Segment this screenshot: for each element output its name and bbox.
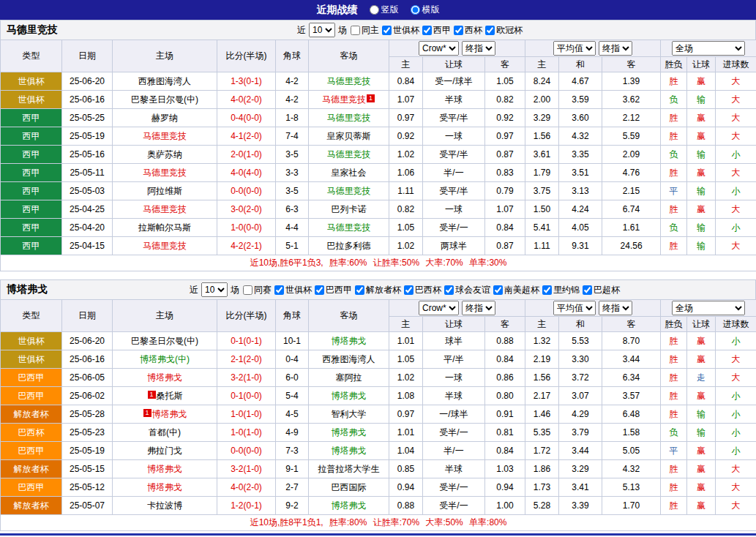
score-link[interactable]: 3-0(2-0): [231, 204, 262, 214]
competition-filter-0[interactable]: 世俱杯: [381, 24, 419, 37]
team-link[interactable]: 卡拉波博: [147, 500, 182, 511]
competition-filter-0-checkbox[interactable]: [274, 285, 284, 295]
competition-filter-2-checkbox[interactable]: [355, 285, 364, 295]
competition-filter-3[interactable]: 巴西杯: [403, 284, 441, 296]
team-link[interactable]: 西雅图海湾人: [323, 354, 375, 364]
team-link[interactable]: 马德里竞技: [327, 149, 371, 159]
competition-filter-1-checkbox[interactable]: [315, 285, 324, 295]
team-link[interactable]: 拉普拉塔大学生: [318, 464, 380, 474]
score-link[interactable]: 4-0(4-0): [231, 168, 262, 178]
same-filter[interactable]: 同赛: [242, 284, 272, 296]
euro-company-select[interactable]: 平均值: [553, 301, 596, 315]
team-link[interactable]: 博塔弗戈: [147, 372, 182, 383]
score-link[interactable]: 0-0(0-0): [231, 186, 262, 196]
competition-filter-3[interactable]: 欧冠杯: [484, 24, 523, 37]
team-link[interactable]: 巴黎圣日尔曼(中): [131, 94, 198, 105]
team-link[interactable]: 弗拉门戈: [147, 446, 182, 456]
team-link[interactable]: 博塔弗戈(中): [140, 354, 190, 364]
asia-stage-select[interactable]: 终指: [462, 41, 495, 56]
score-link[interactable]: 4-2(2-1): [231, 241, 262, 251]
team-link[interactable]: 马德里竞技: [327, 186, 371, 196]
euro-company-select[interactable]: 平均值: [553, 41, 596, 56]
team-link[interactable]: 首都(中): [149, 427, 181, 438]
competition-filter-5-checkbox[interactable]: [493, 285, 503, 295]
score-link[interactable]: 0-0(0-0): [231, 446, 262, 456]
team-link[interactable]: 马德里竞技: [327, 76, 371, 86]
competition-filter-2[interactable]: 西杯: [453, 24, 482, 37]
score-link[interactable]: 1-0(0-0): [231, 222, 262, 233]
euro-stage-select[interactable]: 终指: [599, 301, 632, 315]
team-link[interactable]: 马德里竞技: [322, 94, 366, 105]
team-link[interactable]: 博塔弗戈: [147, 464, 182, 474]
team-link[interactable]: 马德里竞技: [327, 113, 371, 123]
score-link[interactable]: 2-1(2-0): [231, 354, 262, 364]
match-count-select[interactable]: 10: [309, 23, 335, 37]
score-link[interactable]: 0-1(0-1): [231, 336, 262, 346]
competition-filter-4[interactable]: 球会友谊: [444, 284, 490, 296]
team-link[interactable]: 博塔弗戈: [332, 500, 367, 511]
team-link[interactable]: 拉斯帕尔马斯: [138, 222, 191, 233]
competition-filter-7[interactable]: 巴超杯: [582, 284, 620, 296]
team-link[interactable]: 智利大学: [332, 409, 367, 419]
layout-horizontal-option[interactable]: 横版: [411, 4, 440, 16]
score-link[interactable]: 4-1(2-0): [231, 131, 262, 141]
team-link[interactable]: 桑托斯: [157, 391, 183, 401]
competition-filter-6[interactable]: 里约锦: [542, 284, 580, 296]
team-link[interactable]: 巴拉多利德: [327, 241, 371, 251]
score-link[interactable]: 0-1(0-0): [231, 391, 262, 401]
competition-filter-6-checkbox[interactable]: [542, 285, 552, 295]
competition-filter-7-checkbox[interactable]: [583, 285, 592, 295]
score-link[interactable]: 0-4(0-0): [231, 113, 262, 123]
asia-company-select[interactable]: Crow*: [419, 301, 459, 315]
team-link[interactable]: 博塔弗戈: [332, 391, 367, 401]
competition-filter-3-checkbox[interactable]: [485, 26, 495, 35]
score-link[interactable]: 1-3(0-1): [231, 76, 262, 86]
competition-filter-1[interactable]: 西甲: [422, 24, 451, 37]
score-link[interactable]: 3-2(1-0): [231, 372, 262, 383]
team-link[interactable]: 马德里竞技: [327, 222, 371, 233]
score-link[interactable]: 4-0(2-0): [231, 94, 262, 105]
team-link[interactable]: 博塔弗戈: [147, 482, 182, 492]
team-link[interactable]: 奥萨苏纳: [147, 149, 182, 159]
score-link[interactable]: 3-2(1-0): [231, 464, 262, 474]
team-link[interactable]: 皇家贝蒂斯: [327, 131, 371, 141]
competition-filter-3-checkbox[interactable]: [404, 285, 413, 295]
team-link[interactable]: 西雅图海湾人: [138, 76, 191, 86]
scope-select[interactable]: 全场: [672, 301, 745, 315]
team-link[interactable]: 赫罗纳: [151, 113, 178, 123]
competition-filter-5[interactable]: 南美超杯: [493, 284, 539, 296]
layout-vertical-option[interactable]: 竖版: [370, 4, 399, 16]
team-link[interactable]: 阿拉维斯: [147, 186, 182, 196]
match-count-select[interactable]: 10: [201, 282, 228, 297]
asia-stage-select[interactable]: 终指: [462, 301, 495, 315]
score-link[interactable]: 1-0(1-0): [231, 409, 262, 419]
asia-company-select[interactable]: Crow*: [419, 41, 459, 56]
team-link[interactable]: 马德里竞技: [143, 168, 187, 178]
team-link[interactable]: 巴西国际: [332, 482, 367, 492]
team-link[interactable]: 博塔弗戈: [152, 409, 187, 419]
team-link[interactable]: 巴列卡诺: [332, 204, 367, 214]
score-link[interactable]: 1-0(1-0): [231, 427, 262, 438]
team-link[interactable]: 博塔弗戈: [332, 446, 367, 456]
team-link[interactable]: 博塔弗戈: [332, 336, 367, 346]
team-link[interactable]: 巴黎圣日尔曼(中): [131, 336, 198, 346]
team-link[interactable]: 马德里竞技: [143, 241, 187, 251]
team-link[interactable]: 博塔弗戈: [332, 427, 367, 438]
competition-filter-0[interactable]: 世俱杯: [274, 284, 312, 296]
score-link[interactable]: 2-0(1-0): [231, 149, 262, 159]
team-link[interactable]: 马德里竞技: [143, 204, 187, 214]
score-link[interactable]: 1-2(0-1): [231, 500, 262, 511]
team-link[interactable]: 塞阿拉: [336, 372, 362, 383]
competition-filter-1-checkbox[interactable]: [422, 26, 432, 35]
competition-filter-2[interactable]: 解放者杯: [354, 284, 401, 296]
team-link[interactable]: 皇家社会: [332, 168, 367, 178]
euro-stage-select[interactable]: 终指: [599, 41, 632, 56]
competition-filter-1[interactable]: 巴西甲: [314, 284, 352, 296]
competition-filter-4-checkbox[interactable]: [444, 285, 454, 295]
same-filter-checkbox[interactable]: [351, 26, 360, 35]
scope-select[interactable]: 全场: [672, 41, 745, 56]
team-link[interactable]: 马德里竞技: [143, 131, 187, 141]
score-link[interactable]: 4-0(2-0): [231, 482, 262, 492]
competition-filter-0-checkbox[interactable]: [382, 26, 392, 35]
competition-filter-2-checkbox[interactable]: [454, 26, 463, 35]
